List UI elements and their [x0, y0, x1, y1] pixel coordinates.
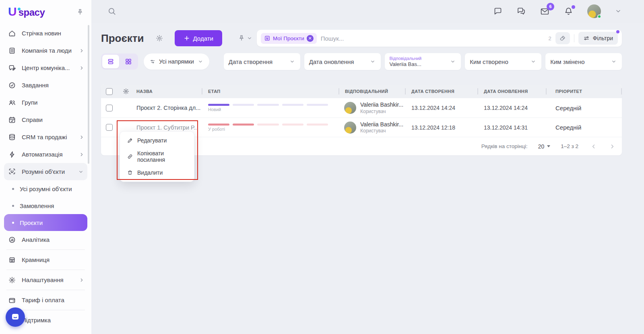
menu-item-edit[interactable]: Редагувати	[120, 134, 194, 147]
filter-responsible[interactable]: Відповідальний Valeriia Bas...	[385, 53, 461, 70]
tune-icon	[149, 58, 156, 65]
divider	[6, 249, 85, 250]
sidebar-item-crm[interactable]: CRM та продажі	[0, 128, 91, 146]
row-checkbox[interactable]	[106, 124, 113, 131]
column-header-stage[interactable]: ЕТАП	[202, 85, 339, 98]
chip-remove-icon[interactable]: ✕	[307, 35, 314, 42]
responsible-avatar	[344, 102, 356, 114]
bullet-icon	[12, 188, 14, 190]
sidebar-item-smart-objects[interactable]: Розумні об'єкти	[4, 163, 87, 180]
sidebar-item-company[interactable]: Компанія та люди	[0, 42, 91, 59]
gear-icon	[122, 88, 130, 95]
sidebar-item-billing[interactable]: Тариф і оплата	[0, 291, 91, 309]
add-button[interactable]: Додати	[175, 30, 222, 46]
messenger-button[interactable]	[516, 6, 526, 16]
filter-created-by[interactable]: Ким створено	[465, 53, 541, 70]
clear-filters-button[interactable]	[555, 32, 570, 44]
check-circle-icon	[8, 81, 16, 89]
sidebar-subitem-projects-active[interactable]: Проєкти	[4, 214, 87, 231]
profile-chevron-down-icon[interactable]	[615, 8, 622, 15]
menu-item-delete[interactable]: Видалити	[120, 166, 194, 179]
sidebar-item-label: Аналітика	[22, 236, 50, 243]
database-icon	[8, 133, 16, 141]
table-row[interactable]: Проєкт 2. Сторінка дл... Новий Valeriia …	[101, 98, 622, 118]
stage-progress	[208, 124, 328, 126]
global-search-icon[interactable]	[107, 7, 116, 16]
app-window: U spacy Стрічка новин Компанія та люди Ц…	[0, 0, 644, 334]
column-header-responsible[interactable]: ВІДПОВІДАЛЬНИЙ	[339, 85, 405, 98]
stage-cell: Новий	[202, 104, 339, 112]
sidebar-subitem-all-smart-objects[interactable]: Усі розумні об'єкти	[0, 180, 91, 197]
menu-item-copy-link[interactable]: Копіювати посилання	[120, 147, 194, 166]
sidebar-item-activities[interactable]: Справи	[0, 111, 91, 128]
column-header-updated[interactable]: ДАТА ОНОВЛЕННЯ	[477, 85, 546, 98]
sliders-icon	[583, 35, 590, 41]
filter-label: Дата створення	[229, 58, 272, 65]
wallet-icon	[8, 296, 16, 304]
project-name[interactable]: Проєкт 1. Субтитри Р...	[135, 124, 202, 131]
building-icon	[8, 47, 16, 55]
pencil-icon	[127, 137, 133, 144]
responsible-avatar	[344, 122, 356, 134]
sidebar-item-label: Стрічка новин	[22, 30, 61, 37]
user-avatar[interactable]	[587, 4, 601, 18]
next-page-button[interactable]	[609, 143, 615, 150]
sidebar-item-marketplace[interactable]: Крамниця	[0, 251, 91, 268]
grid-view-button[interactable]	[120, 55, 137, 68]
list-view-button[interactable]	[102, 55, 119, 68]
scan-u-icon	[8, 168, 16, 176]
messenger-icon	[10, 312, 20, 322]
row-checkbox[interactable]	[106, 105, 113, 111]
saved-filter-chip[interactable]: Мої Проєкти ✕	[261, 33, 317, 44]
sidebar-item-newsfeed[interactable]: Стрічка новин	[0, 25, 91, 42]
filter-created-date[interactable]: Дата створення	[224, 53, 300, 70]
created-date: 13.12.2024 12:18	[405, 124, 477, 131]
bookmark-icon	[264, 35, 270, 41]
sidebar-item-label: Налаштування	[22, 276, 64, 283]
feedback-button[interactable]	[493, 6, 503, 16]
analytics-icon	[8, 236, 16, 244]
sidebar-item-automation[interactable]: Автоматизація	[0, 146, 91, 163]
rows-per-page-select[interactable]: 20	[538, 143, 551, 150]
sidebar-item-label: Усі розумні об'єкти	[20, 186, 72, 192]
gear-icon	[155, 34, 163, 42]
column-header-name[interactable]: НАЗВА	[135, 85, 202, 98]
chevron-down-icon	[530, 58, 537, 65]
search-input[interactable]	[321, 35, 549, 42]
sidebar-item-groups[interactable]: Групи	[0, 94, 91, 111]
sidebar-item-label: Тариф і оплата	[22, 297, 64, 303]
chat-launcher-button[interactable]	[6, 307, 25, 327]
lightning-icon	[8, 151, 16, 159]
filter-changed-by[interactable]: Ким змінено	[545, 53, 622, 70]
sidebar-item-settings[interactable]: Налаштування	[0, 271, 91, 289]
rows-per-page-value: 20	[538, 143, 545, 150]
pinned-filters-dropdown[interactable]	[237, 34, 253, 42]
filters-button[interactable]: Фільтри	[578, 32, 618, 45]
sidebar-item-analytics[interactable]: Аналітика	[0, 231, 91, 248]
sidebar-item-label: Розумні об'єкти	[22, 168, 65, 175]
notifications-button[interactable]	[564, 6, 574, 16]
chevron-down-icon	[78, 169, 84, 175]
uspacy-logo[interactable]: U spacy	[8, 6, 45, 18]
pin-sidebar-icon[interactable]	[76, 8, 84, 16]
filter-updated-date[interactable]: Дата оновлення	[304, 53, 381, 70]
columns-settings-button[interactable]	[117, 88, 135, 95]
bullet-icon	[12, 222, 14, 224]
select-all-checkbox[interactable]	[106, 88, 113, 95]
page-settings-button[interactable]	[155, 34, 163, 42]
search-box[interactable]: Мої Проєкти ✕ 2 Фільтри	[257, 30, 622, 47]
sidebar-item-tasks[interactable]: Завдання	[0, 76, 91, 94]
chevron-right-icon	[78, 277, 85, 283]
project-name[interactable]: Проєкт 2. Сторінка дл...	[135, 105, 202, 111]
filter-label: Ким створено	[470, 58, 508, 65]
column-header-priority[interactable]: ПРІОРИТЕТ	[546, 85, 622, 98]
sidebar-subitem-orders[interactable]: Замовлення	[0, 197, 91, 214]
direction-select[interactable]: Усі напрямки	[144, 54, 209, 70]
column-header-created[interactable]: ДАТА СТВОРЕННЯ	[405, 85, 477, 98]
sidebar-scrollbar[interactable]	[88, 25, 89, 164]
sidebar-item-communications[interactable]: Центр комуніка...	[0, 59, 91, 76]
prev-page-button[interactable]	[590, 143, 597, 150]
mail-button[interactable]: 6	[540, 6, 550, 16]
chats-icon	[516, 6, 526, 16]
chevron-right-icon	[78, 47, 85, 54]
